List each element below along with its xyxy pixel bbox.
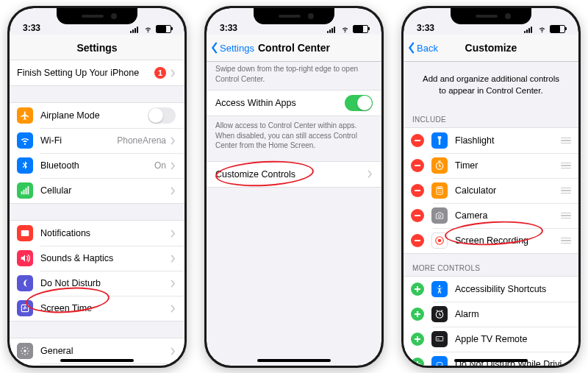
settings-row-airplane[interactable]: Airplane Mode	[10, 103, 184, 128]
home-indicator[interactable]	[60, 359, 134, 362]
control-label: Screen Recording	[455, 235, 556, 246]
settings-row-sounds[interactable]: Sounds & Haptics	[10, 246, 184, 271]
settings-row-dnd[interactable]: Do Not Disturb	[10, 271, 184, 296]
control-row-calculator[interactable]: Calculator	[404, 178, 578, 203]
remove-button[interactable]	[411, 234, 424, 247]
add-button[interactable]	[411, 283, 424, 296]
screenrec-icon	[431, 232, 448, 249]
phone-settings: 3:33 Settings Finish Setting Up Your iPh…	[7, 6, 187, 368]
settings-row-wifi[interactable]: Wi-FiPhoneArena	[10, 128, 184, 153]
add-button[interactable]	[411, 358, 424, 366]
control-row-screenrec[interactable]: Screen Recording	[404, 228, 578, 253]
reorder-grip-icon[interactable]	[561, 138, 571, 144]
battery-icon	[156, 25, 171, 33]
access-label: Access Within Apps	[215, 98, 345, 108]
battery-icon	[550, 25, 565, 33]
setup-label: Finish Setting Up Your iPhone	[17, 68, 154, 78]
chevron-right-icon	[171, 255, 176, 263]
svg-rect-15	[415, 140, 420, 141]
home-indicator[interactable]	[257, 359, 331, 362]
svg-point-26	[440, 192, 441, 193]
row-label: Airplane Mode	[40, 110, 148, 121]
control-label: Calculator	[455, 185, 556, 196]
svg-rect-2	[26, 188, 27, 195]
reorder-grip-icon[interactable]	[561, 163, 571, 169]
svg-point-34	[439, 285, 440, 287]
reorder-grip-icon[interactable]	[561, 188, 571, 194]
cellular-signal-icon	[327, 26, 337, 33]
reorder-grip-icon[interactable]	[561, 213, 571, 219]
back-label: Settings	[220, 43, 254, 54]
chevron-right-icon	[171, 347, 176, 355]
helper-text: Allow access to Control Center within ap…	[207, 116, 381, 157]
svg-rect-20	[437, 188, 442, 189]
svg-rect-16	[415, 165, 420, 166]
page-title: Customize	[465, 42, 517, 54]
svg-rect-0	[21, 191, 23, 194]
customize-controls-row[interactable]: Customize Controls	[207, 162, 381, 187]
settings-row-cellular[interactable]: Cellular	[10, 178, 184, 203]
remove-button[interactable]	[411, 209, 424, 222]
dnddrive-icon	[431, 356, 448, 366]
back-label: Back	[417, 43, 438, 54]
row-detail: On	[154, 160, 166, 171]
svg-rect-42	[417, 361, 418, 366]
reorder-grip-icon[interactable]	[561, 238, 571, 244]
notch	[57, 8, 137, 24]
screentime-icon	[17, 300, 33, 316]
control-row-flashlight[interactable]: Flashlight	[404, 128, 578, 153]
svg-rect-1	[24, 190, 25, 194]
chevron-right-icon	[171, 69, 176, 77]
control-row-alarm[interactable]: Alarm	[404, 302, 578, 327]
nav-bar: Settings	[10, 35, 184, 62]
back-button[interactable]: Back	[408, 42, 438, 54]
cellular-icon	[17, 182, 33, 199]
chevron-right-icon	[171, 137, 176, 145]
control-label: Timer	[455, 160, 556, 171]
settings-row-notifications[interactable]: Notifications	[10, 221, 184, 246]
svg-point-25	[439, 192, 440, 193]
bluetooth-icon	[17, 157, 33, 174]
helper-text: Swipe down from the top-right edge to op…	[207, 60, 381, 90]
flashlight-icon	[431, 132, 448, 149]
alarm-icon	[431, 306, 448, 322]
home-indicator[interactable]	[454, 359, 528, 362]
camera-icon	[431, 207, 448, 224]
svg-rect-29	[415, 240, 420, 241]
customize-label: Customize Controls	[215, 169, 368, 180]
svg-point-31	[438, 239, 442, 243]
access-toggle[interactable]	[345, 95, 373, 111]
back-button[interactable]: Settings	[211, 42, 254, 54]
control-row-camera[interactable]: Camera	[404, 203, 578, 228]
remove-button[interactable]	[411, 134, 424, 147]
clock: 3:33	[417, 23, 434, 33]
settings-row-screentime[interactable]: Screen Time	[10, 296, 184, 321]
phone-control-center: 3:33 Settings Control Center Swipe down …	[204, 6, 384, 368]
settings-row-bluetooth[interactable]: BluetoothOn	[10, 153, 184, 178]
control-row-accessibility[interactable]: Accessibility Shortcuts	[404, 277, 578, 302]
control-row-appletv[interactable]: tvApple TV Remote	[404, 327, 578, 352]
add-button[interactable]	[411, 333, 424, 346]
cellular-signal-icon	[524, 26, 534, 33]
control-row-timer[interactable]: Timer	[404, 153, 578, 178]
intro-text: Add and organize additional controls to …	[404, 60, 578, 105]
svg-point-21	[438, 191, 439, 191]
add-button[interactable]	[411, 308, 424, 321]
battery-icon	[353, 25, 368, 33]
row-label: Sounds & Haptics	[40, 253, 171, 263]
remove-button[interactable]	[411, 184, 424, 197]
row-label: Cellular	[40, 185, 171, 196]
remove-button[interactable]	[411, 159, 424, 172]
toggle[interactable]	[148, 107, 176, 124]
accessibility-icon	[431, 281, 448, 297]
row-detail: PhoneArena	[117, 135, 166, 146]
setup-row[interactable]: Finish Setting Up Your iPhone 1	[10, 60, 184, 85]
control-label: Flashlight	[455, 135, 556, 146]
section-header-more: MORE CONTROLS	[404, 254, 578, 276]
svg-point-22	[439, 191, 440, 191]
access-within-apps-row[interactable]: Access Within Apps	[207, 90, 381, 116]
svg-rect-36	[415, 313, 420, 315]
settings-row-controlcenter[interactable]: Control Center	[10, 363, 184, 366]
notifications-icon	[17, 225, 33, 241]
svg-text:tv: tv	[437, 338, 440, 341]
